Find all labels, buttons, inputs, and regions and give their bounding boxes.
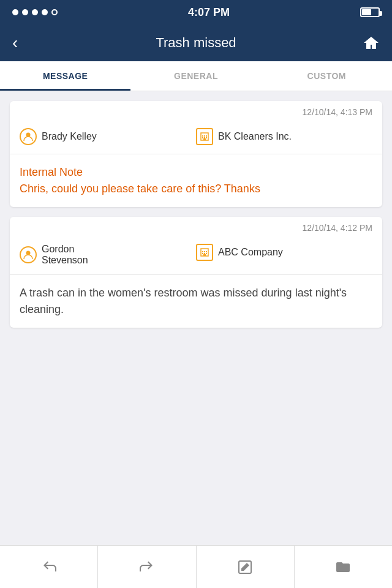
card-2-company-info: ABC Company — [196, 244, 372, 261]
card-2-person-name-block: Gordon Stevenson — [42, 244, 88, 266]
company-icon-2 — [196, 244, 213, 261]
dot-1 — [12, 9, 18, 15]
svg-rect-17 — [203, 254, 206, 256]
forward-button[interactable] — [98, 546, 196, 588]
svg-rect-6 — [204, 137, 205, 138]
svg-rect-12 — [204, 251, 205, 252]
forward-icon — [138, 559, 156, 576]
card-1-person-name: Brady Kelley — [42, 131, 97, 142]
message-card-2: 12/10/14, 4:12 PM Gordon Stevenson — [10, 217, 382, 328]
building-svg-1 — [200, 132, 209, 141]
dot-2 — [22, 9, 28, 15]
svg-rect-13 — [206, 251, 207, 252]
card-2-person-line1: Gordon — [42, 244, 88, 255]
compose-button[interactable] — [197, 546, 295, 588]
card-1-company-name: BK Cleaners Inc. — [218, 131, 292, 142]
page-title: Trash missed — [156, 35, 236, 51]
building-svg-2 — [200, 247, 209, 257]
svg-rect-7 — [206, 137, 207, 138]
card-2-body: A trash can in the women's restroom was … — [10, 275, 382, 328]
card-1-body-line1: Internal Note — [20, 164, 372, 181]
card-2-person-info: Gordon Stevenson — [20, 244, 196, 266]
card-1-person-info: Brady Kelley — [20, 128, 196, 145]
status-bar: 4:07 PM — [0, 0, 392, 24]
person-icon-2 — [20, 246, 37, 263]
message-list: 12/10/14, 4:13 PM Brady Kelley — [0, 91, 392, 337]
tab-bar: MESSAGE GENERAL CUSTOM — [0, 61, 392, 91]
person-svg-1 — [23, 132, 33, 141]
card-2-company-name: ABC Company — [218, 247, 283, 258]
tab-message[interactable]: MESSAGE — [0, 61, 130, 91]
dot-4 — [42, 9, 48, 15]
card-1-meta: Brady Kelley BK Cleaners Inc. — [10, 123, 382, 154]
svg-rect-11 — [202, 251, 203, 252]
dot-3 — [32, 9, 38, 15]
home-button[interactable] — [355, 34, 380, 51]
card-2-person-line2: Stevenson — [42, 255, 88, 266]
tab-custom[interactable]: CUSTOM — [262, 61, 392, 91]
reply-icon — [40, 559, 58, 576]
svg-rect-8 — [203, 138, 206, 140]
back-button[interactable]: ‹ — [12, 33, 37, 53]
header: ‹ Trash missed — [0, 24, 392, 61]
compose-icon — [236, 559, 254, 576]
company-icon-1 — [196, 128, 213, 145]
tab-general[interactable]: GENERAL — [130, 61, 261, 91]
svg-rect-15 — [204, 253, 205, 254]
svg-rect-5 — [202, 137, 203, 138]
reply-button[interactable] — [0, 546, 98, 588]
bottom-toolbar — [0, 545, 392, 588]
svg-rect-2 — [202, 135, 203, 137]
home-icon — [363, 34, 380, 51]
signal-dots — [12, 9, 58, 15]
status-time: 4:07 PM — [188, 6, 230, 19]
card-1-company-info: BK Cleaners Inc. — [196, 128, 372, 145]
svg-rect-16 — [206, 253, 207, 254]
card-1-body-line2: Chris, could you please take care of thi… — [20, 181, 372, 197]
card-2-timestamp: 12/10/14, 4:12 PM — [10, 217, 382, 239]
folder-icon — [334, 559, 352, 576]
battery-icon — [360, 7, 380, 17]
folder-button[interactable] — [295, 546, 392, 588]
battery-fill — [362, 9, 371, 15]
person-svg-2 — [23, 250, 33, 260]
card-2-meta: Gordon Stevenson — [10, 239, 382, 275]
svg-rect-14 — [202, 253, 203, 254]
card-1-timestamp: 12/10/14, 4:13 PM — [10, 101, 382, 123]
card-1-body: Internal Note Chris, could you please ta… — [10, 154, 382, 207]
svg-rect-3 — [204, 135, 205, 137]
dot-5 — [51, 9, 58, 15]
svg-rect-4 — [206, 135, 207, 137]
card-2-body-text: A trash can in the women's restroom was … — [20, 285, 372, 318]
message-card-1: 12/10/14, 4:13 PM Brady Kelley — [10, 101, 382, 207]
person-icon-1 — [20, 128, 37, 145]
